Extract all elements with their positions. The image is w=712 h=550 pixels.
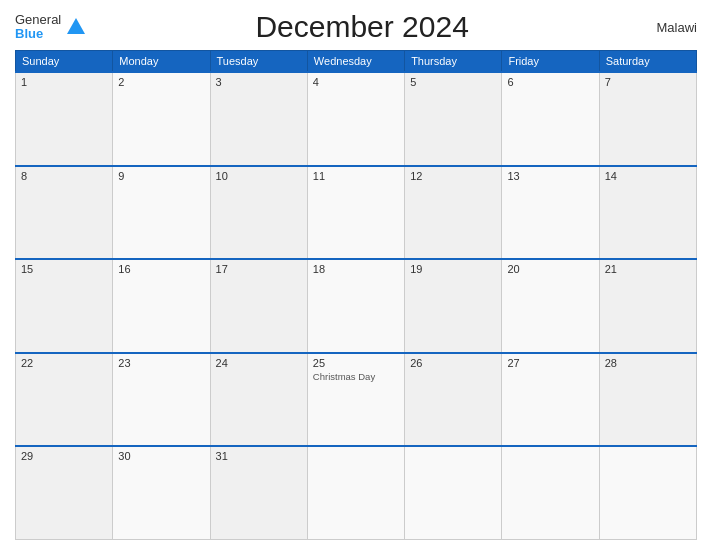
day-cell-2-2: 17 [210,259,307,353]
day-cell-0-1: 2 [113,72,210,166]
day-cell-0-2: 3 [210,72,307,166]
day-cell-3-6: 28 [599,353,696,447]
day-cell-0-4: 5 [405,72,502,166]
header-friday: Friday [502,51,599,73]
day-cell-3-2: 24 [210,353,307,447]
day-cell-3-4: 26 [405,353,502,447]
header-saturday: Saturday [599,51,696,73]
day-cell-0-6: 7 [599,72,696,166]
day-cell-2-1: 16 [113,259,210,353]
day-cell-4-3 [307,446,404,540]
week-row-4: 22232425Christmas Day262728 [16,353,697,447]
day-cell-2-6: 21 [599,259,696,353]
day-number: 6 [507,76,593,88]
day-number: 9 [118,170,204,182]
day-number: 11 [313,170,399,182]
day-cell-1-1: 9 [113,166,210,260]
day-number: 22 [21,357,107,369]
day-cell-4-5 [502,446,599,540]
day-cell-3-3: 25Christmas Day [307,353,404,447]
week-row-5: 293031 [16,446,697,540]
day-cell-1-6: 14 [599,166,696,260]
day-number: 20 [507,263,593,275]
header-wednesday: Wednesday [307,51,404,73]
day-number: 12 [410,170,496,182]
day-cell-4-2: 31 [210,446,307,540]
day-cell-3-1: 23 [113,353,210,447]
week-row-1: 1234567 [16,72,697,166]
header-tuesday: Tuesday [210,51,307,73]
holiday-label: Christmas Day [313,371,399,382]
day-number: 26 [410,357,496,369]
day-cell-4-0: 29 [16,446,113,540]
day-cell-0-3: 4 [307,72,404,166]
day-number: 17 [216,263,302,275]
day-cell-4-1: 30 [113,446,210,540]
day-number: 7 [605,76,691,88]
day-number: 3 [216,76,302,88]
day-number: 23 [118,357,204,369]
header-monday: Monday [113,51,210,73]
logo-blue: Blue [15,27,61,41]
day-number: 19 [410,263,496,275]
day-cell-1-2: 10 [210,166,307,260]
day-cell-3-0: 22 [16,353,113,447]
day-cell-2-0: 15 [16,259,113,353]
day-number: 4 [313,76,399,88]
day-cell-1-0: 8 [16,166,113,260]
day-number: 30 [118,450,204,462]
header-thursday: Thursday [405,51,502,73]
day-cell-3-5: 27 [502,353,599,447]
day-cell-2-4: 19 [405,259,502,353]
day-number: 5 [410,76,496,88]
day-number: 14 [605,170,691,182]
day-number: 1 [21,76,107,88]
logo-general: General [15,13,61,27]
day-cell-1-3: 11 [307,166,404,260]
logo-icon [65,16,87,38]
day-number: 25 [313,357,399,369]
day-number: 31 [216,450,302,462]
day-number: 27 [507,357,593,369]
day-number: 13 [507,170,593,182]
day-number: 16 [118,263,204,275]
svg-marker-0 [67,18,85,34]
day-cell-4-4 [405,446,502,540]
week-row-3: 15161718192021 [16,259,697,353]
logo-text: General Blue [15,13,61,42]
day-number: 21 [605,263,691,275]
days-header-row: Sunday Monday Tuesday Wednesday Thursday… [16,51,697,73]
day-number: 15 [21,263,107,275]
day-number: 10 [216,170,302,182]
day-number: 8 [21,170,107,182]
header-sunday: Sunday [16,51,113,73]
header: General Blue December 2024 Malawi [15,10,697,44]
page-title: December 2024 [87,10,637,44]
calendar-page: General Blue December 2024 Malawi Sunday… [0,0,712,550]
country-label: Malawi [637,20,697,35]
day-cell-1-4: 12 [405,166,502,260]
day-cell-1-5: 13 [502,166,599,260]
day-number: 28 [605,357,691,369]
day-number: 29 [21,450,107,462]
day-number: 2 [118,76,204,88]
day-cell-0-0: 1 [16,72,113,166]
day-cell-2-3: 18 [307,259,404,353]
day-cell-4-6 [599,446,696,540]
day-number: 18 [313,263,399,275]
week-row-2: 891011121314 [16,166,697,260]
calendar-table: Sunday Monday Tuesday Wednesday Thursday… [15,50,697,540]
logo: General Blue [15,13,87,42]
day-number: 24 [216,357,302,369]
day-cell-0-5: 6 [502,72,599,166]
day-cell-2-5: 20 [502,259,599,353]
